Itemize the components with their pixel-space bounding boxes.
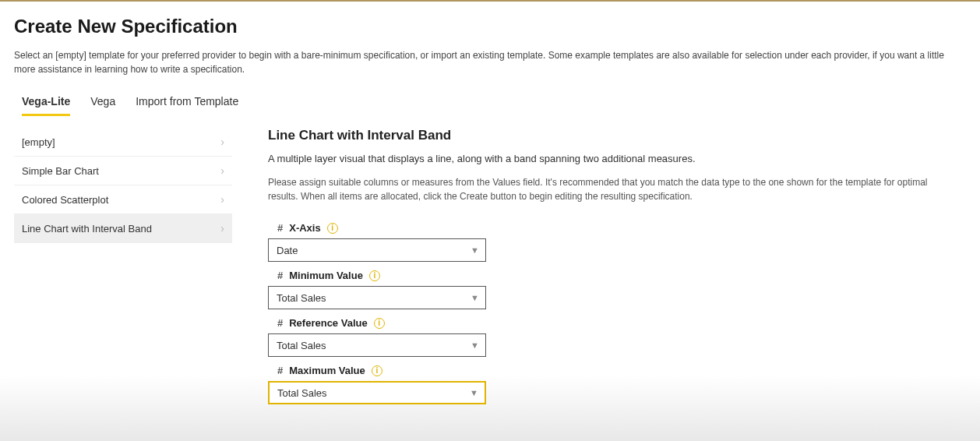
field-label-row: # Minimum Value i [268, 265, 958, 286]
tab-label: Import from Template [136, 95, 238, 108]
hash-icon: # [277, 222, 283, 234]
template-help: Please assign suitable columns or measur… [268, 175, 958, 203]
sidebar-item-empty[interactable]: [empty] › [14, 128, 232, 157]
intro-text: Select an [empty] template for your pref… [14, 48, 964, 76]
field-min-value: # Minimum Value i Total Sales ▼ [268, 265, 958, 309]
dropdown-min-value[interactable]: Total Sales ▼ [268, 286, 486, 309]
field-label-row: # Maximum Value i [268, 360, 958, 381]
field-label-text: Maximum Value [289, 365, 365, 376]
tab-label: Vega-Lite [22, 95, 70, 108]
chevron-down-icon: ▼ [471, 293, 479, 302]
dropdown-value: Total Sales [277, 387, 327, 399]
field-x-axis: # X-Axis i Date ▼ [268, 217, 958, 262]
field-label-row: # X-Axis i [268, 217, 958, 238]
page-container: Create New Specification Select an [empt… [0, 2, 980, 407]
field-max-value: # Maximum Value i Total Sales ▼ [268, 360, 958, 404]
info-icon[interactable]: i [369, 270, 380, 281]
sidebar-item-label: [empty] [22, 136, 55, 148]
field-label-text: Minimum Value [289, 270, 363, 281]
chevron-right-icon: › [220, 164, 224, 177]
main-panel: Line Chart with Interval Band A multiple… [268, 128, 966, 407]
field-label-text: Reference Value [289, 317, 367, 329]
template-sidebar: [empty] › Simple Bar Chart › Colored Sca… [14, 128, 232, 407]
dropdown-max-value[interactable]: Total Sales ▼ [268, 381, 486, 404]
sidebar-item-label: Line Chart with Interval Band [22, 223, 152, 235]
sidebar-item-simple-bar[interactable]: Simple Bar Chart › [14, 157, 232, 185]
field-label-row: # Reference Value i [268, 312, 958, 333]
hash-icon: # [277, 317, 283, 329]
dropdown-ref-value[interactable]: Total Sales ▼ [268, 333, 486, 357]
page-title: Create New Specification [14, 16, 966, 37]
hash-icon: # [277, 365, 283, 376]
info-icon[interactable]: i [372, 365, 382, 376]
field-label-text: X-Axis [289, 222, 320, 234]
dropdown-value: Date [277, 245, 298, 256]
tab-label: Vega [90, 95, 115, 108]
chevron-down-icon: ▼ [471, 245, 479, 255]
body-row: [empty] › Simple Bar Chart › Colored Sca… [14, 128, 966, 407]
sidebar-item-label: Colored Scatterplot [22, 194, 108, 206]
provider-tabs: Vega-Lite Vega Import from Template [14, 90, 966, 117]
chevron-down-icon: ▼ [470, 388, 478, 397]
info-icon[interactable]: i [327, 223, 338, 234]
chevron-right-icon: › [220, 193, 224, 206]
tab-vega-lite[interactable]: Vega-Lite [22, 90, 70, 116]
hash-icon: # [277, 270, 283, 281]
info-icon[interactable]: i [374, 318, 385, 329]
sidebar-item-label: Simple Bar Chart [22, 165, 99, 177]
field-ref-value: # Reference Value i Total Sales ▼ [268, 312, 958, 357]
chevron-down-icon: ▼ [471, 340, 479, 350]
template-title: Line Chart with Interval Band [268, 128, 958, 143]
sidebar-item-scatterplot[interactable]: Colored Scatterplot › [14, 185, 232, 214]
chevron-right-icon: › [220, 136, 224, 148]
tab-import-template[interactable]: Import from Template [136, 90, 238, 116]
dropdown-value: Total Sales [277, 292, 326, 304]
sidebar-item-line-band[interactable]: Line Chart with Interval Band › [14, 214, 232, 243]
chevron-right-icon: › [220, 222, 224, 235]
template-subtitle: A multiple layer visual that displays a … [268, 153, 958, 164]
dropdown-x-axis[interactable]: Date ▼ [268, 238, 486, 262]
tab-vega[interactable]: Vega [90, 90, 115, 116]
dropdown-value: Total Sales [277, 340, 326, 351]
